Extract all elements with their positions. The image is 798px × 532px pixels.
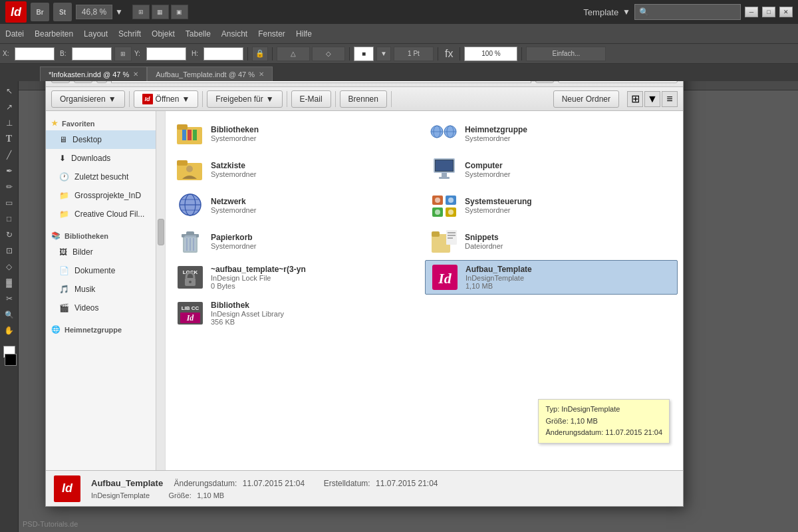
address-bar[interactable]: 📁 Desktop ▶ ▼	[111, 81, 531, 83]
rect-tool[interactable]: □	[2, 211, 17, 226]
sidebar-item-desktop[interactable]: 🖥 Desktop	[46, 130, 165, 149]
menu-tabelle[interactable]: Tabelle	[186, 29, 211, 39]
zoom-tool[interactable]: 🔍	[2, 307, 17, 322]
x-input[interactable]	[15, 47, 55, 61]
svg-point-32	[448, 198, 454, 203]
file-item-systemsteuerung[interactable]: Systemsteuerung Systemordner	[425, 188, 678, 223]
y-input[interactable]	[146, 47, 186, 61]
zoom-dropdown[interactable]: ▼	[115, 7, 123, 17]
gradient-tool[interactable]: ▓	[2, 275, 17, 290]
email-button[interactable]: E-Mail	[291, 90, 331, 108]
pencil-tool[interactable]: ✏	[2, 180, 17, 194]
pen-tool[interactable]: ✒	[2, 164, 17, 178]
sidebar-videos-label: Videos	[74, 303, 98, 313]
shear-input[interactable]: ◇	[312, 47, 345, 61]
sidebar-item-recent[interactable]: 🕐 Zuletzt besucht	[46, 168, 165, 186]
view-options-btn[interactable]: ▼	[644, 91, 660, 107]
style-input[interactable]: Einfach...	[526, 47, 606, 61]
file-item-snippets[interactable]: Snippets Dateiordner	[425, 224, 678, 259]
view-btn-3[interactable]: ▣	[171, 5, 188, 19]
menu-fenster[interactable]: Fenster	[258, 29, 285, 39]
file-item-netzwerk[interactable]: Netzwerk Systemordner	[171, 188, 424, 223]
select-tool[interactable]: ↖	[2, 84, 17, 98]
open-button[interactable]: Id Öffnen ▼	[134, 90, 199, 108]
view-toggle: ⊞ ▼ ≡	[627, 91, 678, 107]
tab-infokasten-close[interactable]: ✕	[133, 70, 138, 78]
file-item-bibliotheken[interactable]: Bibliotheken Systemordner	[171, 116, 424, 151]
sidebar-item-grossprojekte[interactable]: 📁 Grossprojekte_InD	[46, 186, 165, 205]
menu-layout[interactable]: Layout	[84, 29, 108, 39]
file-item-computer[interactable]: Computer Systemordner	[425, 152, 678, 187]
view-btn-2[interactable]: ▦	[152, 5, 169, 19]
file-item-heimnetzgruppe[interactable]: Heimnetzgruppe Systemordner	[425, 116, 678, 151]
rect-frame-tool[interactable]: ▭	[2, 196, 17, 210]
menu-schrift[interactable]: Schrift	[118, 29, 141, 39]
dialog-action-bar: Organisieren ▼ Id Öffnen ▼ Freigeben für…	[46, 87, 683, 111]
sidebar-scrollbar[interactable]	[156, 111, 165, 470]
template-dropdown[interactable]: ▼	[622, 7, 630, 17]
tab-aufbau[interactable]: Aufbau_Template.indt @ 47 % ✕	[147, 66, 273, 81]
direct-select-tool[interactable]: ↗	[2, 100, 17, 114]
zoom-input[interactable]	[76, 5, 112, 19]
stroke-width[interactable]: 1 Pt	[394, 47, 434, 61]
transform-origin[interactable]: ⊞	[114, 47, 132, 61]
share-button[interactable]: Freigeben für ▼	[207, 90, 282, 108]
scale-tool[interactable]: ⊡	[2, 243, 17, 258]
menu-ansicht[interactable]: Ansicht	[221, 29, 247, 39]
videos-icon: 🎬	[59, 303, 69, 313]
nav-dropdown[interactable]: ▼	[96, 81, 107, 83]
burn-button[interactable]: Brennen	[340, 90, 387, 108]
h-input[interactable]	[203, 47, 243, 61]
minimize-button[interactable]: ─	[745, 7, 758, 17]
file-item-aufbau[interactable]: Id Aufbau_Template InDesignTemplate 1,10…	[425, 260, 678, 295]
file-item-satzkiste[interactable]: Satzkiste Systemordner	[171, 152, 424, 187]
angle-input[interactable]: △	[277, 47, 310, 61]
back-button[interactable]: ◄	[51, 81, 70, 83]
organize-button[interactable]: Organisieren ▼	[51, 90, 125, 108]
b-input[interactable]	[72, 47, 112, 61]
percentage-input[interactable]: 100 %	[464, 47, 517, 61]
sidebar-item-dokumente[interactable]: 📄 Dokumente	[46, 261, 165, 280]
tab-infokasten[interactable]: *Infokasten.indd @ 47 % ✕	[40, 66, 147, 81]
file-item-papierkorb[interactable]: Papierkorb Systemordner	[171, 224, 424, 259]
list-view-btn[interactable]: ⊞	[627, 91, 643, 107]
text-tool[interactable]: T	[2, 132, 17, 146]
fill-color[interactable]: ■	[354, 47, 374, 61]
tab-aufbau-close[interactable]: ✕	[259, 70, 264, 78]
refresh-button[interactable]: ↻	[535, 81, 554, 83]
search-field[interactable]: Desktop durchsuchen	[558, 81, 678, 83]
rotate-tool[interactable]: ↻	[2, 227, 17, 242]
sidebar-item-bilder[interactable]: 🖼 Bilder	[46, 243, 165, 261]
menu-datei[interactable]: Datei	[5, 29, 24, 39]
new-folder-button[interactable]: Neuer Ordner	[553, 90, 619, 108]
sidebar-item-musik[interactable]: 🎵 Musik	[46, 280, 165, 299]
color-dropdown[interactable]: ▼	[376, 47, 391, 61]
sidebar-item-videos[interactable]: 🎬 Videos	[46, 299, 165, 317]
menu-objekt[interactable]: Objekt	[152, 29, 175, 39]
computer-name: Computer	[465, 161, 672, 170]
forward-button[interactable]: ►	[74, 81, 92, 83]
close-button[interactable]: ✕	[779, 7, 793, 17]
divider-4	[438, 47, 438, 61]
stroke-indicator[interactable]	[5, 354, 17, 366]
details-view-btn[interactable]: ≡	[662, 91, 678, 107]
scissors-tool[interactable]: ✂	[2, 291, 17, 306]
lock-btn[interactable]: 🔒	[252, 47, 268, 61]
gap-tool[interactable]: ⊥	[2, 116, 17, 130]
menu-bearbeiten[interactable]: Bearbeiten	[35, 29, 73, 39]
shear-tool[interactable]: ◇	[2, 259, 17, 274]
scrollbar-thumb[interactable]	[158, 219, 164, 245]
file-item-bibliothek[interactable]: LIB CC Id Bibliothek InDesign Asset Libr…	[171, 296, 424, 331]
search-box[interactable]: 🔍	[634, 4, 741, 20]
bridge-button[interactable]: Br	[31, 3, 49, 21]
stock-button[interactable]: St	[53, 3, 72, 21]
hand-tool[interactable]: ✋	[2, 323, 17, 338]
maximize-button[interactable]: □	[762, 7, 775, 17]
file-item-lockfile[interactable]: LOCK ~aufbau_template~r(3-yn	[171, 260, 424, 295]
line-tool[interactable]: ╱	[2, 148, 17, 162]
sidebar-item-creative-cloud[interactable]: 📁 Creative Cloud Fil...	[46, 205, 165, 223]
open-arrow: ▼	[182, 94, 190, 104]
view-btn-1[interactable]: ⊞	[132, 5, 150, 19]
menu-hilfe[interactable]: Hilfe	[296, 29, 312, 39]
sidebar-item-downloads[interactable]: ⬇ Downloads	[46, 149, 165, 168]
